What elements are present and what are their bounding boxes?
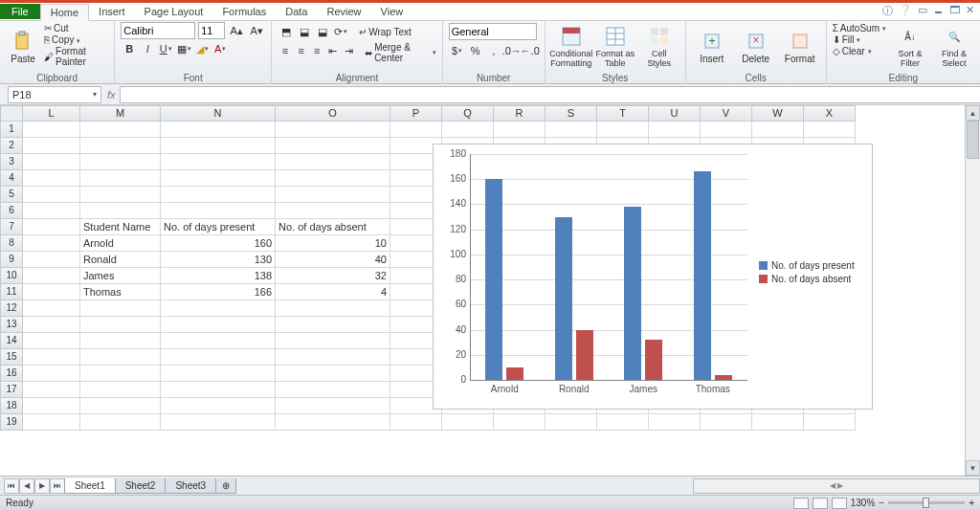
cell[interactable] <box>23 333 80 349</box>
zoom-slider[interactable] <box>888 501 965 504</box>
cell[interactable] <box>161 333 276 349</box>
wrap-text-button[interactable]: ↵Wrap Text <box>359 23 412 40</box>
align-bottom-icon[interactable]: ⬓ <box>314 23 331 40</box>
vertical-scrollbar[interactable]: ▲ ▼ <box>965 105 980 476</box>
tab-formulas[interactable]: Formulas <box>212 4 276 19</box>
tab-view[interactable]: View <box>371 4 413 19</box>
cell[interactable] <box>161 122 276 138</box>
cell[interactable] <box>80 203 161 219</box>
cell[interactable] <box>597 414 649 431</box>
tab-file[interactable]: File <box>0 4 40 19</box>
cell-styles-button[interactable]: Cell Styles <box>639 23 679 71</box>
sort-filter-button[interactable]: Å↓Sort & Filter <box>890 23 930 71</box>
cell[interactable] <box>80 170 161 187</box>
cell[interactable] <box>161 187 276 203</box>
data-cell[interactable]: Thomas <box>80 284 161 300</box>
tab-review[interactable]: Review <box>317 4 370 19</box>
align-right-icon[interactable]: ≡ <box>309 42 324 59</box>
cell[interactable] <box>390 414 442 431</box>
cell[interactable] <box>23 300 80 317</box>
new-sheet-button[interactable]: ⊕ <box>215 478 236 494</box>
percent-icon[interactable]: % <box>467 42 484 59</box>
row-header[interactable]: 9 <box>0 252 23 268</box>
cell[interactable] <box>80 122 161 138</box>
horizontal-scrollbar[interactable]: ◀ ▶ <box>693 478 980 494</box>
row-header[interactable]: 4 <box>0 170 23 187</box>
cell[interactable] <box>276 398 390 414</box>
row-header[interactable]: 13 <box>0 317 23 333</box>
sheet-nav[interactable]: ⏮◀▶⏭ <box>4 478 65 494</box>
column-header[interactable]: W <box>752 105 804 122</box>
cell[interactable] <box>442 414 494 431</box>
data-cell[interactable]: 40 <box>276 252 390 268</box>
cell[interactable] <box>23 252 80 268</box>
cell[interactable] <box>23 170 80 187</box>
fill-button[interactable]: ⬇Fill <box>833 34 886 45</box>
zoom-out-button[interactable]: − <box>879 498 884 508</box>
cell[interactable] <box>276 122 390 138</box>
cell[interactable] <box>804 122 856 138</box>
row-header[interactable]: 7 <box>0 219 23 235</box>
row-header[interactable]: 3 <box>0 154 23 170</box>
font-size-select[interactable] <box>198 22 225 39</box>
cell[interactable] <box>23 382 80 398</box>
column-header[interactable]: S <box>546 105 597 122</box>
cell[interactable] <box>23 154 80 170</box>
cell[interactable] <box>23 317 80 333</box>
number-format-select[interactable] <box>449 23 537 40</box>
cell[interactable] <box>80 300 161 317</box>
column-header[interactable]: L <box>23 105 80 122</box>
cell[interactable] <box>80 398 161 414</box>
row-header[interactable]: 19 <box>0 414 23 431</box>
row-header[interactable]: 18 <box>0 398 23 414</box>
row-header[interactable]: 11 <box>0 284 23 300</box>
cell[interactable] <box>649 122 701 138</box>
data-cell[interactable]: Ronald <box>80 252 161 268</box>
conditional-formatting-button[interactable]: Conditional Formatting <box>551 23 591 71</box>
cell[interactable] <box>276 317 390 333</box>
data-cell[interactable]: Arnold <box>80 235 161 252</box>
tab-page-layout[interactable]: Page Layout <box>135 4 213 19</box>
cell[interactable] <box>390 122 442 138</box>
cell[interactable] <box>804 414 856 431</box>
format-as-table-button[interactable]: Format as Table <box>595 23 635 71</box>
cell[interactable] <box>276 203 390 219</box>
page-break-view-button[interactable] <box>832 498 847 509</box>
cell[interactable] <box>23 398 80 414</box>
cell[interactable] <box>546 122 597 138</box>
column-header[interactable]: V <box>701 105 752 122</box>
cell[interactable] <box>80 382 161 398</box>
tab-data[interactable]: Data <box>276 4 317 19</box>
increase-decimal-icon[interactable]: .0→ <box>503 42 521 59</box>
cell[interactable] <box>161 317 276 333</box>
sheet-tab-1[interactable]: Sheet1 <box>64 478 116 494</box>
indent-decrease-icon[interactable]: ⇤ <box>325 42 341 59</box>
fill-color-button[interactable]: ◢ <box>193 40 211 57</box>
column-header[interactable]: P <box>390 105 442 122</box>
format-cells-button[interactable]: Format <box>780 23 820 71</box>
column-header[interactable]: T <box>597 105 649 122</box>
cell[interactable] <box>276 170 390 187</box>
data-cell[interactable]: No. of days present <box>161 219 276 235</box>
fx-icon[interactable]: fx <box>107 89 116 100</box>
orientation-icon[interactable]: ⟳ <box>332 23 349 40</box>
cell[interactable] <box>701 414 752 431</box>
border-button[interactable]: ▦ <box>175 40 192 57</box>
cell[interactable] <box>276 333 390 349</box>
cell[interactable] <box>276 382 390 398</box>
row-header[interactable]: 17 <box>0 382 23 398</box>
paste-button[interactable]: Paste <box>6 23 40 71</box>
bold-button[interactable]: B <box>121 40 138 57</box>
cell[interactable] <box>23 219 80 235</box>
cell[interactable] <box>23 268 80 284</box>
cell[interactable] <box>276 414 390 431</box>
data-cell[interactable]: Student Name <box>80 219 161 235</box>
cell[interactable] <box>161 203 276 219</box>
name-box[interactable]: P18▾ <box>8 86 101 103</box>
row-header[interactable]: 1 <box>0 122 23 138</box>
decrease-font-icon[interactable]: A▾ <box>248 22 265 39</box>
data-cell[interactable]: 32 <box>276 268 390 284</box>
cell[interactable] <box>276 349 390 366</box>
cell[interactable] <box>752 122 804 138</box>
cell[interactable] <box>161 366 276 382</box>
